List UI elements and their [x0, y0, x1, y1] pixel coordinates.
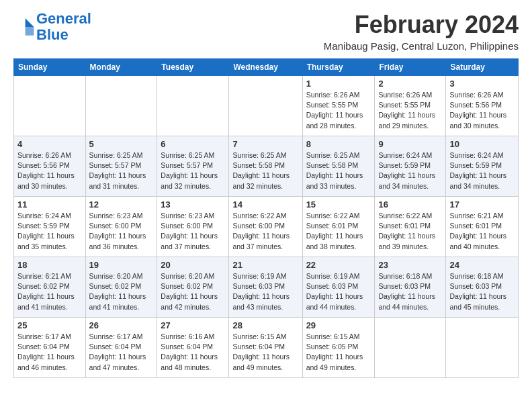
logo-area: GeneralBlue: [13, 11, 91, 43]
day-info: Sunrise: 6:18 AMSunset: 6:03 PMDaylight:…: [449, 271, 515, 312]
day-info: Sunrise: 6:25 AMSunset: 5:58 PMDaylight:…: [306, 150, 371, 191]
calendar-cell: 10Sunrise: 6:24 AMSunset: 5:59 PMDayligh…: [446, 136, 519, 197]
day-info: Sunrise: 6:23 AMSunset: 6:00 PMDaylight:…: [89, 211, 154, 252]
weekday-header-cell: Saturday: [446, 59, 519, 76]
calendar-row: 18Sunrise: 6:21 AMSunset: 6:02 PMDayligh…: [14, 257, 519, 318]
day-number: 7: [232, 139, 298, 149]
day-info: Sunrise: 6:20 AMSunset: 6:02 PMDaylight:…: [161, 271, 225, 312]
calendar-cell: 28Sunrise: 6:15 AMSunset: 6:04 PMDayligh…: [229, 318, 302, 378]
day-info: Sunrise: 6:24 AMSunset: 5:59 PMDaylight:…: [449, 150, 515, 191]
calendar-row: 11Sunrise: 6:24 AMSunset: 5:59 PMDayligh…: [14, 197, 519, 257]
day-info: Sunrise: 6:25 AMSunset: 5:57 PMDaylight:…: [161, 150, 225, 191]
calendar-cell: 27Sunrise: 6:16 AMSunset: 6:04 PMDayligh…: [157, 318, 229, 378]
day-info: Sunrise: 6:15 AMSunset: 6:04 PMDaylight:…: [232, 332, 298, 373]
day-info: Sunrise: 6:17 AMSunset: 6:04 PMDaylight:…: [89, 332, 154, 373]
day-info: Sunrise: 6:22 AMSunset: 6:01 PMDaylight:…: [306, 211, 371, 252]
day-info: Sunrise: 6:24 AMSunset: 5:59 PMDaylight:…: [17, 211, 82, 252]
day-info: Sunrise: 6:21 AMSunset: 6:01 PMDaylight:…: [449, 211, 515, 252]
day-info: Sunrise: 6:16 AMSunset: 6:04 PMDaylight:…: [161, 332, 225, 373]
day-info: Sunrise: 6:25 AMSunset: 5:57 PMDaylight:…: [89, 150, 154, 191]
calendar-cell: 8Sunrise: 6:25 AMSunset: 5:58 PMDaylight…: [302, 136, 375, 197]
weekday-header-cell: Tuesday: [157, 59, 229, 76]
day-number: 17: [449, 199, 515, 210]
day-info: Sunrise: 6:17 AMSunset: 6:04 PMDaylight:…: [17, 332, 82, 373]
calendar-cell: 22Sunrise: 6:19 AMSunset: 6:03 PMDayligh…: [302, 257, 375, 318]
svg-marker-0: [26, 18, 34, 27]
day-number: 2: [378, 79, 442, 89]
calendar-cell: 19Sunrise: 6:20 AMSunset: 6:02 PMDayligh…: [85, 257, 157, 318]
day-info: Sunrise: 6:26 AMSunset: 5:55 PMDaylight:…: [378, 90, 442, 131]
calendar-cell: 11Sunrise: 6:24 AMSunset: 5:59 PMDayligh…: [14, 197, 86, 257]
calendar-cell: 6Sunrise: 6:25 AMSunset: 5:57 PMDaylight…: [157, 136, 229, 197]
day-number: 8: [306, 139, 371, 149]
calendar-cell: 5Sunrise: 6:25 AMSunset: 5:57 PMDaylight…: [85, 136, 157, 197]
page-header: GeneralBlue February 2024 Manibaug Pasig…: [13, 11, 519, 52]
day-number: 19: [89, 260, 154, 270]
calendar-row: 4Sunrise: 6:26 AMSunset: 5:56 PMDaylight…: [14, 136, 519, 197]
calendar-cell: 9Sunrise: 6:24 AMSunset: 5:59 PMDaylight…: [375, 136, 446, 197]
day-number: 1: [306, 79, 371, 89]
calendar-cell: [375, 318, 446, 378]
day-number: 18: [17, 260, 82, 270]
day-info: Sunrise: 6:22 AMSunset: 6:01 PMDaylight:…: [378, 211, 442, 252]
day-info: Sunrise: 6:15 AMSunset: 6:05 PMDaylight:…: [306, 332, 371, 373]
calendar-cell: 20Sunrise: 6:20 AMSunset: 6:02 PMDayligh…: [157, 257, 229, 318]
day-number: 21: [232, 260, 298, 270]
day-number: 12: [89, 199, 154, 210]
calendar-cell: [229, 76, 302, 136]
calendar-cell: 13Sunrise: 6:23 AMSunset: 6:00 PMDayligh…: [157, 197, 229, 257]
calendar-cell: 26Sunrise: 6:17 AMSunset: 6:04 PMDayligh…: [85, 318, 157, 378]
day-number: 14: [232, 199, 298, 210]
logo-text: GeneralBlue: [36, 11, 91, 43]
day-info: Sunrise: 6:23 AMSunset: 6:00 PMDaylight:…: [161, 211, 225, 252]
day-info: Sunrise: 6:20 AMSunset: 6:02 PMDaylight:…: [89, 271, 154, 312]
day-info: Sunrise: 6:18 AMSunset: 6:03 PMDaylight:…: [378, 271, 442, 312]
day-info: Sunrise: 6:21 AMSunset: 6:02 PMDaylight:…: [17, 271, 82, 312]
day-number: 13: [161, 199, 225, 210]
calendar-cell: 17Sunrise: 6:21 AMSunset: 6:01 PMDayligh…: [446, 197, 519, 257]
day-number: 27: [161, 320, 225, 330]
day-number: 29: [306, 320, 371, 330]
day-info: Sunrise: 6:19 AMSunset: 6:03 PMDaylight:…: [232, 271, 298, 312]
weekday-header-row: SundayMondayTuesdayWednesdayThursdayFrid…: [14, 59, 519, 76]
day-number: 4: [17, 139, 82, 149]
day-number: 23: [378, 260, 442, 270]
calendar-cell: 7Sunrise: 6:25 AMSunset: 5:58 PMDaylight…: [229, 136, 302, 197]
calendar-row: 25Sunrise: 6:17 AMSunset: 6:04 PMDayligh…: [14, 318, 519, 378]
day-info: Sunrise: 6:24 AMSunset: 5:59 PMDaylight:…: [378, 150, 442, 191]
calendar-cell: 24Sunrise: 6:18 AMSunset: 6:03 PMDayligh…: [446, 257, 519, 318]
day-number: 20: [161, 260, 225, 270]
calendar-cell: [85, 76, 157, 136]
weekday-header-cell: Wednesday: [229, 59, 302, 76]
svg-marker-1: [26, 27, 34, 36]
day-info: Sunrise: 6:26 AMSunset: 5:56 PMDaylight:…: [449, 90, 515, 131]
calendar-cell: 3Sunrise: 6:26 AMSunset: 5:56 PMDaylight…: [446, 76, 519, 136]
day-info: Sunrise: 6:25 AMSunset: 5:58 PMDaylight:…: [232, 150, 298, 191]
calendar-body: 1Sunrise: 6:26 AMSunset: 5:55 PMDaylight…: [14, 76, 519, 378]
day-number: 10: [449, 139, 515, 149]
calendar-cell: 25Sunrise: 6:17 AMSunset: 6:04 PMDayligh…: [14, 318, 86, 378]
weekday-header-cell: Monday: [85, 59, 157, 76]
calendar-cell: [446, 318, 519, 378]
day-number: 6: [161, 139, 225, 149]
calendar-row: 1Sunrise: 6:26 AMSunset: 5:55 PMDaylight…: [14, 76, 519, 136]
day-number: 11: [17, 199, 82, 210]
calendar-subtitle: Manibaug Pasig, Central Luzon, Philippin…: [324, 40, 519, 52]
calendar-cell: 18Sunrise: 6:21 AMSunset: 6:02 PMDayligh…: [14, 257, 86, 318]
calendar-cell: 2Sunrise: 6:26 AMSunset: 5:55 PMDaylight…: [375, 76, 446, 136]
calendar-title: February 2024: [324, 11, 519, 39]
day-number: 26: [89, 320, 154, 330]
calendar-cell: 14Sunrise: 6:22 AMSunset: 6:00 PMDayligh…: [229, 197, 302, 257]
calendar-cell: [157, 76, 229, 136]
day-number: 15: [306, 199, 371, 210]
calendar-cell: 4Sunrise: 6:26 AMSunset: 5:56 PMDaylight…: [14, 136, 86, 197]
weekday-header-cell: Thursday: [302, 59, 375, 76]
calendar-cell: 23Sunrise: 6:18 AMSunset: 6:03 PMDayligh…: [375, 257, 446, 318]
calendar-cell: 21Sunrise: 6:19 AMSunset: 6:03 PMDayligh…: [229, 257, 302, 318]
day-number: 5: [89, 139, 154, 149]
day-number: 9: [378, 139, 442, 149]
calendar-cell: 16Sunrise: 6:22 AMSunset: 6:01 PMDayligh…: [375, 197, 446, 257]
title-area: February 2024 Manibaug Pasig, Central Lu…: [324, 11, 519, 52]
day-info: Sunrise: 6:26 AMSunset: 5:56 PMDaylight:…: [17, 150, 82, 191]
day-number: 28: [232, 320, 298, 330]
